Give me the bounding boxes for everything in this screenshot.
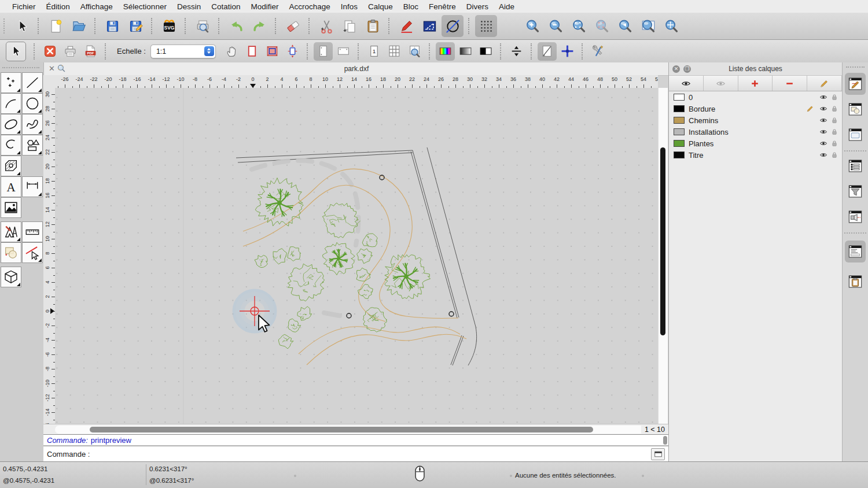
layer-visibility-icon[interactable]	[819, 151, 827, 161]
paste-button[interactable]	[362, 15, 384, 37]
menu-infos[interactable]: Infos	[336, 2, 363, 11]
show-all-layers-button[interactable]	[669, 76, 704, 91]
paper-borders-button[interactable]	[242, 42, 262, 61]
dock-library-button[interactable]	[845, 124, 866, 146]
tool-polyline[interactable]	[1, 135, 21, 156]
cut-button[interactable]	[315, 15, 337, 37]
menu-dessin[interactable]: Dessin	[172, 2, 206, 11]
layer-visibility-icon[interactable]	[819, 139, 827, 149]
undo-button[interactable]	[225, 15, 247, 37]
print-preview-button[interactable]	[192, 15, 214, 37]
grayscale-mode-button[interactable]	[456, 42, 475, 61]
layer-lock-icon[interactable]	[830, 105, 838, 114]
menu-cotation[interactable]: Cotation	[206, 2, 245, 11]
menu-fenetre[interactable]: Fenêtre	[424, 2, 461, 11]
layer-color-swatch[interactable]	[674, 117, 685, 124]
menu-affichage[interactable]: Affichage	[75, 2, 118, 11]
zoom-to-page-button[interactable]	[405, 42, 424, 61]
single-page-button[interactable]: 1	[365, 42, 384, 61]
tool-circle[interactable]	[22, 93, 43, 114]
add-layer-button[interactable]	[738, 76, 773, 91]
measure-distance-button[interactable]	[418, 15, 440, 37]
layer-lock-icon[interactable]	[830, 139, 838, 149]
menu-modifier[interactable]: Modifier	[245, 2, 284, 11]
command-detach-button[interactable]	[651, 448, 665, 460]
layer-color-swatch[interactable]	[674, 140, 685, 147]
layer-lock-icon[interactable]	[830, 151, 838, 161]
save-as-button[interactable]	[124, 15, 146, 37]
multi-pages-button[interactable]	[385, 42, 404, 61]
vertical-scrollbar-thumb[interactable]	[660, 147, 665, 335]
palette-drag-handle[interactable]	[2, 67, 39, 68]
copy-button[interactable]	[339, 15, 361, 37]
toolbar-drag-handle[interactable]	[3, 19, 6, 34]
lines-mode-button[interactable]	[538, 42, 557, 61]
layer-visibility-icon[interactable]	[819, 93, 827, 103]
layer-visibility-icon[interactable]	[819, 128, 827, 138]
layer-lock-icon[interactable]	[830, 93, 838, 103]
layer-row[interactable]: Chemins	[669, 114, 842, 126]
layer-color-swatch[interactable]	[674, 94, 685, 101]
history-scrollbar-thumb[interactable]	[663, 436, 667, 445]
blackwhite-mode-button[interactable]	[476, 42, 495, 61]
tool-blocks[interactable]	[1, 242, 21, 263]
close-print-preview-button[interactable]	[41, 42, 60, 61]
vertical-scrollbar[interactable]	[658, 88, 668, 424]
dock-drag-handle[interactable]	[846, 66, 865, 68]
print-button[interactable]	[61, 42, 80, 61]
tool-select-entity[interactable]	[22, 242, 43, 263]
layer-color-swatch[interactable]	[674, 128, 685, 135]
page-landscape-button[interactable]	[334, 42, 353, 61]
export-svg-button[interactable]: SVG	[158, 15, 180, 37]
scale-combobox[interactable]: 1:1	[150, 45, 216, 58]
tool-arc[interactable]	[1, 93, 21, 114]
tool-line[interactable]	[22, 72, 43, 93]
layer-lock-icon[interactable]	[830, 116, 838, 126]
tool-dimension[interactable]	[22, 176, 43, 197]
fit-paper-button[interactable]	[283, 42, 302, 61]
delete-entities-button[interactable]	[282, 15, 304, 37]
tool-polygon[interactable]	[22, 135, 43, 156]
zoom-auto-button[interactable]	[568, 15, 590, 37]
layer-row[interactable]: 0	[669, 91, 842, 103]
dock-light-button[interactable]	[845, 206, 866, 228]
layer-visibility-icon[interactable]	[819, 105, 827, 114]
tool-spline[interactable]	[22, 114, 43, 135]
command-input[interactable]	[93, 448, 651, 460]
layer-row[interactable]: Bordure	[669, 103, 842, 114]
crosshair-snap-button[interactable]	[558, 42, 577, 61]
dock-clipboard-button[interactable]	[845, 271, 866, 293]
paper-overlay-button[interactable]	[263, 42, 282, 61]
layer-row[interactable]: Plantes	[669, 138, 842, 149]
tool-text[interactable]: A	[1, 176, 21, 197]
menu-fichier[interactable]: Fichier	[7, 2, 41, 11]
layer-lock-icon[interactable]	[830, 128, 838, 138]
drawing-canvas[interactable]	[55, 88, 658, 424]
layer-color-swatch[interactable]	[674, 151, 685, 158]
draft-mode-button[interactable]	[442, 15, 464, 37]
zoom-pan-button[interactable]	[660, 15, 682, 37]
edit-entity-button[interactable]	[395, 15, 417, 37]
tool-drafting[interactable]	[1, 221, 21, 242]
layer-row[interactable]: Titre	[669, 149, 842, 161]
select-button[interactable]	[11, 15, 33, 37]
layer-visibility-icon[interactable]	[819, 116, 827, 126]
pointer-button[interactable]	[6, 42, 26, 61]
horizontal-scrollbar-thumb[interactable]	[90, 427, 593, 432]
horizontal-scrollbar[interactable]: 1 < 10	[43, 424, 668, 435]
edit-layer-button[interactable]	[807, 76, 842, 91]
layer-row[interactable]: Installations	[669, 126, 842, 138]
export-pdf-button[interactable]: PDF	[81, 42, 100, 61]
preferences-button[interactable]	[589, 42, 608, 61]
color-mode-button[interactable]	[436, 42, 455, 61]
open-file-button[interactable]	[68, 15, 90, 37]
tool-image[interactable]	[1, 197, 21, 218]
hide-all-layers-button[interactable]	[704, 76, 738, 91]
dock-command-button[interactable]	[845, 241, 866, 263]
redo-button[interactable]	[248, 15, 270, 37]
menu-selectionner[interactable]: Sélectionner	[118, 2, 172, 11]
layer-color-swatch[interactable]	[674, 105, 685, 112]
page-portrait-button[interactable]	[314, 42, 333, 61]
grid-toggle-button[interactable]	[475, 15, 497, 37]
zoom-previous-button[interactable]	[614, 15, 636, 37]
